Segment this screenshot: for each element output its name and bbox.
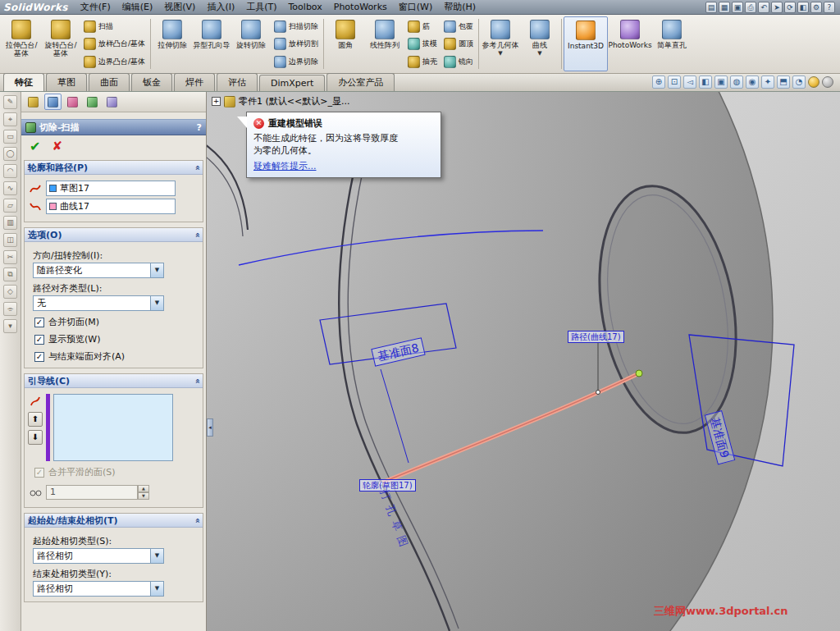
cancel-button[interactable]: ✘ [52, 139, 62, 153]
part-name[interactable]: 零件1 (默认<<默认>_显... [239, 95, 349, 107]
profile-field[interactable]: 草图17 [46, 181, 176, 196]
side-tool-icon[interactable]: ⧉ [3, 267, 17, 281]
dome-button[interactable]: 圆顶 [444, 37, 473, 52]
menu-item-tools[interactable]: 工具(T) [240, 0, 282, 14]
section-header-profile-path[interactable]: 轮廓和路径(P) » [25, 161, 203, 175]
tab-surfaces[interactable]: 曲面 [89, 73, 130, 91]
pm-tab-configurationmanager[interactable] [64, 94, 81, 110]
swept-cut-button[interactable]: 扫描切除 [274, 19, 318, 34]
tab-evaluate[interactable]: 评估 [217, 73, 258, 91]
show-preview-checkbox[interactable]: ✓ 显示预览(W) [34, 333, 199, 345]
move-up-button[interactable]: ⬆ [28, 412, 43, 427]
spin-down-icon[interactable]: ▼ [138, 492, 149, 500]
graphics-viewport[interactable]: + 零件1 (默认<<默认>_显... ✕ 重建模型错误 不能生成此特征，因为这… [207, 92, 840, 631]
side-tool-icon[interactable]: ▭ [3, 130, 17, 144]
revolved-cut-button[interactable]: 旋转切除 [231, 16, 271, 71]
pm-tab-displaymanager[interactable] [103, 94, 121, 110]
side-tool-icon[interactable]: ▱ [3, 199, 17, 213]
revolved-boss-button[interactable]: 旋转凸台/基体 [41, 16, 80, 71]
side-tool-icon[interactable]: ▾ [3, 319, 17, 333]
zoom-fit-icon[interactable]: ⊕ [652, 75, 665, 89]
tab-office-products[interactable]: 办公室产品 [326, 73, 395, 91]
side-tool-icon[interactable]: ⌯ [3, 302, 17, 316]
camera-icon[interactable]: ◔ [792, 75, 806, 89]
orientation-select[interactable]: 随路径变化 ▼ [33, 263, 164, 278]
menu-item-help[interactable]: 帮助(H) [438, 0, 482, 14]
mirror-button[interactable]: 镜向 [444, 54, 473, 69]
side-tool-icon[interactable]: ◇ [3, 285, 17, 299]
boundary-boss-button[interactable]: 边界凸台/基体 [84, 54, 145, 69]
help-button[interactable]: ? [197, 122, 202, 133]
pm-tab-propertymanager[interactable] [44, 94, 62, 110]
save-icon[interactable]: ▣ [732, 2, 743, 13]
side-tool-icon[interactable]: ◫ [3, 233, 17, 247]
menu-item-insert[interactable]: 插入(I) [201, 0, 240, 14]
edit-appearance-icon[interactable]: ✦ [761, 75, 774, 89]
new-document-icon[interactable]: ▤ [705, 2, 717, 13]
shell-button[interactable]: 抽壳 [408, 54, 437, 69]
reference-geometry-button[interactable]: 参考几何体 ▼ [481, 16, 520, 71]
select-icon[interactable]: ➤ [771, 2, 783, 13]
help-icon[interactable]: ? [824, 2, 835, 13]
zoom-area-icon[interactable]: ⊡ [668, 75, 681, 89]
section-header-tangency[interactable]: 起始处/结束处相切(T) » [25, 514, 203, 528]
path-alignment-select[interactable]: 无 ▼ [33, 295, 164, 311]
menu-item-window[interactable]: 窗口(W) [393, 0, 438, 14]
open-icon[interactable]: ▦ [719, 2, 730, 13]
loft-button[interactable]: 放样凸台/基体 [84, 37, 145, 52]
pm-tab-featuremanager[interactable] [25, 94, 42, 110]
display-style-icon[interactable]: ◍ [730, 75, 743, 89]
expand-tree-icon[interactable]: + [212, 97, 221, 106]
guide-curves-listbox[interactable] [53, 394, 173, 461]
tab-sketch[interactable]: 草图 [46, 73, 87, 91]
ok-button[interactable]: ✔ [30, 139, 40, 154]
extruded-cut-button[interactable]: 拉伸切除 [153, 16, 192, 71]
merge-tangent-faces-checkbox[interactable]: ✓ 合并切面(M) [34, 316, 199, 328]
path-field[interactable]: 曲线17 [46, 199, 176, 214]
section-view-icon[interactable]: ◧ [699, 75, 712, 89]
path-midpoint-handle[interactable] [596, 391, 600, 395]
side-tool-icon[interactable]: ∿ [3, 181, 17, 195]
draft-button[interactable]: 拔模 [408, 37, 437, 52]
spinner-value[interactable]: 1 [46, 485, 138, 500]
side-tool-icon[interactable]: ⌖ [3, 112, 17, 126]
print-icon[interactable]: ⎙ [745, 2, 756, 13]
menu-item-toolbox[interactable]: Toolbox [283, 1, 328, 13]
previous-view-icon[interactable]: ◅ [683, 75, 696, 89]
path-endpoint-marker[interactable] [636, 370, 642, 377]
extruded-boss-button[interactable]: 拉伸凸台/基体 [2, 16, 41, 71]
menu-item-file[interactable]: 文件(F) [75, 0, 116, 14]
apply-scene-icon[interactable]: ⬒ [777, 75, 790, 89]
options-icon[interactable]: ⚙ [810, 2, 822, 13]
hide-show-items-icon[interactable]: ◉ [746, 75, 759, 89]
rebuild-icon[interactable]: ⟳ [784, 2, 796, 13]
side-tool-icon[interactable]: ✎ [3, 95, 17, 109]
rib-button[interactable]: 筋 [408, 19, 437, 34]
view-orientation-icon[interactable]: ▣ [714, 75, 728, 89]
menu-item-photoworks[interactable]: PhotoWorks [328, 1, 393, 13]
path-callout[interactable]: 路径(曲线17) [568, 331, 624, 343]
curves-button[interactable]: 曲线 ▼ [520, 16, 559, 71]
sweep-button[interactable]: 扫描 [84, 19, 145, 34]
align-end-faces-checkbox[interactable]: ✓ 与结束端面对齐(A) [34, 350, 199, 363]
linear-pattern-button[interactable]: 线性阵列 [365, 16, 404, 71]
lofted-cut-button[interactable]: 放样切割 [274, 37, 318, 52]
side-tool-icon[interactable]: ◯ [3, 147, 17, 161]
fillet-button[interactable]: 圆角 [326, 16, 365, 71]
start-tangency-select[interactable]: 路径相切 ▼ [33, 548, 164, 564]
wrap-button[interactable]: 包覆 [444, 19, 473, 34]
section-header-guide-curves[interactable]: 引导线(C) » [25, 374, 203, 388]
tab-features[interactable]: 特征 [3, 73, 44, 91]
color-icon[interactable]: ◧ [797, 2, 809, 13]
render-orb-icon[interactable] [808, 76, 819, 88]
sections-spinner[interactable]: 1 ▲ ▼ [46, 485, 149, 500]
side-tool-icon[interactable]: ◠ [3, 164, 17, 178]
side-tool-icon[interactable]: ✂ [3, 250, 17, 264]
section-header-options[interactable]: 选项(O) » [25, 228, 203, 242]
hole-wizard-button[interactable]: 异型孔向导 [192, 16, 231, 71]
photoworks-button[interactable]: PhotoWorks [608, 16, 652, 71]
side-tool-icon[interactable]: ▥ [3, 216, 17, 230]
panel-splitter-handle[interactable]: ◂ [207, 418, 213, 437]
instant3d-button[interactable]: Instant3D [564, 16, 608, 71]
menu-item-view[interactable]: 视图(V) [158, 0, 201, 14]
